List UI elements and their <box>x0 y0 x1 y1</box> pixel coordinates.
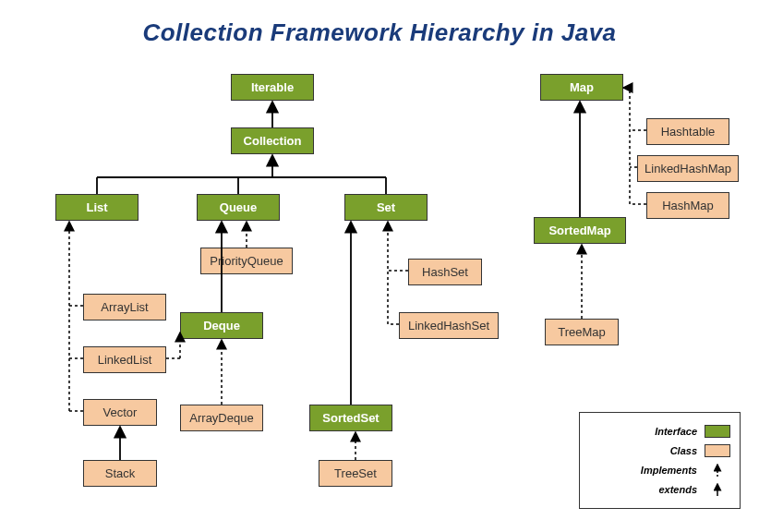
node-hashmap: HashMap <box>646 192 729 219</box>
node-priorityqueue: PriorityQueue <box>200 248 293 274</box>
legend-interface-label: Interface <box>589 426 697 437</box>
node-treemap: TreeMap <box>545 319 619 345</box>
node-collection: Collection <box>231 127 314 154</box>
node-treeset: TreeSet <box>319 460 392 487</box>
legend-implements-label: Implements <box>589 465 697 476</box>
legend-extends: extends <box>589 481 730 498</box>
node-sortedset: SortedSet <box>309 405 392 431</box>
node-linkedlist: LinkedList <box>83 346 166 373</box>
node-iterable: Iterable <box>231 74 314 101</box>
legend-class: Class <box>589 442 730 459</box>
legend: Interface Class Implements extends <box>579 412 741 509</box>
node-stack: Stack <box>83 460 157 487</box>
node-arraydeque: ArrayDeque <box>180 405 263 431</box>
node-queue: Queue <box>197 194 280 221</box>
node-set: Set <box>344 194 428 221</box>
node-hashset: HashSet <box>408 259 482 285</box>
legend-implements: Implements <box>589 462 730 478</box>
legend-interface-swatch <box>705 425 730 438</box>
legend-class-label: Class <box>589 445 697 456</box>
node-deque: Deque <box>180 312 263 339</box>
legend-implements-icon <box>705 462 730 478</box>
node-vector: Vector <box>83 399 157 426</box>
node-list: List <box>55 194 139 221</box>
legend-extends-icon <box>705 481 730 498</box>
node-arraylist: ArrayList <box>83 294 166 320</box>
node-map: Map <box>540 74 623 101</box>
legend-class-swatch <box>705 444 730 457</box>
page-title: Collection Framework Hierarchy in Java <box>0 18 759 47</box>
legend-extends-label: extends <box>589 484 697 495</box>
node-sortedmap: SortedMap <box>534 217 626 244</box>
node-linkedhashmap: LinkedHashMap <box>637 155 739 182</box>
node-linkedhashset: LinkedHashSet <box>399 312 499 339</box>
legend-interface: Interface <box>589 423 730 440</box>
node-hashtable: Hashtable <box>646 118 729 145</box>
